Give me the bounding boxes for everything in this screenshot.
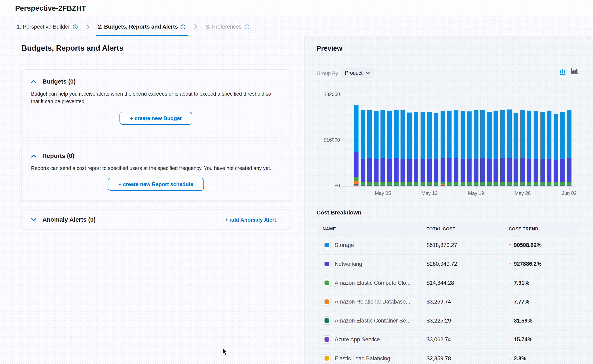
bar-segment [434,113,438,160]
bar-segment [394,186,398,186]
bar-segment [440,186,445,186]
builder-content: Budgets, Reports and Alerts Budgets (0) … [0,36,305,364]
chevron-up-icon[interactable] [31,80,36,83]
y-axis-label: $16000 [308,137,340,143]
stacked-bar [454,110,458,186]
bar-segment [480,158,485,182]
cost-trend-value: ↑15.74% [509,336,580,342]
bar-segment [567,110,571,158]
bar-segment [514,113,518,159]
x-axis-tick [569,187,570,189]
info-icon[interactable] [180,24,186,29]
bar-segment [400,110,405,159]
bar-segment [487,111,492,159]
bar-segment [553,182,558,185]
total-cost-value: $3,269.74 [426,299,509,305]
tab-perspective-builder[interactable]: 1. Perspective Builder [17,24,78,30]
table-row: Elastic Load Balancing$2,359.78↓2.8% [317,349,579,364]
gridline [343,95,576,95]
bar-segment [400,159,405,182]
bar-segment [421,112,425,159]
cost-chart [343,95,576,186]
bar-segment [394,182,398,185]
bar-segment [407,113,412,159]
bar-segment [467,186,472,186]
add-anomaly-alert-link[interactable]: + add Anomaly Alert [225,216,276,223]
bar-segment [361,110,365,158]
bar-segment [460,111,465,159]
bar-segment [427,186,432,186]
bar-segment [454,110,458,158]
trend-percent: 15.74% [514,336,533,342]
info-icon[interactable] [244,24,249,29]
bar-segment [514,159,518,182]
bar-segment [487,159,492,182]
preview-panel: Preview Group By Product $0$16000$32000M… [305,36,593,364]
bar-segment [440,158,445,182]
tab-budgets-reports-alerts[interactable]: 2. Budgets, Reports and Alerts [98,24,186,30]
series-color-swatch [323,241,331,249]
bar-segment [540,182,545,185]
budgets-description: Budget can help you receive alerts when … [31,90,281,105]
service-name: Amazon Elastic Container Se... [335,318,411,324]
series-color-swatch [323,335,331,344]
bar-segment [494,111,498,158]
stacked-bar [534,111,538,186]
column-name: NAME [317,227,426,231]
bar-segment [440,182,445,184]
bar-segment [354,176,359,181]
stacked-bar [414,112,418,186]
create-report-button[interactable]: + create new Report schedule [108,178,204,191]
arrow-down-icon: ↓ [509,280,512,286]
info-icon[interactable] [73,24,78,29]
chevron-up-icon[interactable] [31,154,36,158]
bar-segment [434,182,438,185]
group-by-select[interactable]: Product [341,68,373,78]
table-row: Networking$260,949.72↑927886.2% [317,254,579,273]
table-row: Amazon Elastic Container Se...$3,225.29↑… [317,311,579,330]
stacked-bar [520,110,525,186]
stacked-bar [460,111,465,186]
bar-segment [514,186,518,186]
bar-segment [487,182,492,185]
area-chart-icon[interactable] [571,68,578,75]
stacked-bar [400,110,405,186]
bar-segment [553,186,558,186]
bar-segment [553,160,558,182]
bar-chart-icon[interactable] [560,68,566,75]
stacked-bar [553,114,558,186]
reports-card: Reports (0) Reports can send a cost repo… [21,144,290,201]
bar-segment [414,182,418,185]
stacked-bar [434,113,438,186]
bar-segment [534,159,538,182]
bar-segment [394,110,398,158]
bar-segment [374,186,379,186]
tab-preferences[interactable]: 3. Preferences [206,24,249,30]
bar-segment [440,111,445,158]
stacked-bar [560,112,565,186]
bar-segment [507,182,512,185]
anomaly-card-title: Anomaly Alerts (0) [42,216,95,223]
bar-segment [447,186,452,186]
stacked-bar [494,111,498,186]
bar-segment [447,110,452,158]
bar-segment [367,182,372,185]
create-budget-button[interactable]: + create new Budget [120,112,192,125]
column-total-cost: TOTAL COST [426,227,509,231]
x-axis-label: May 26 [515,190,531,196]
x-axis-tick [429,187,430,189]
chevron-right-icon [194,24,198,29]
tab-label: 1. Perspective Builder [17,24,70,30]
y-axis-label: $0 [308,183,340,188]
bar-segment [454,158,458,182]
chevron-down-icon[interactable] [31,218,36,221]
bar-segment [547,182,552,185]
bar-segment [367,110,372,158]
bar-segment [454,182,458,185]
bar-segment [380,158,385,182]
bar-segment [567,182,571,185]
total-cost-value: $518,870.27 [426,242,509,248]
column-cost-trend: COST TREND [509,227,580,231]
stacked-bar [440,111,445,186]
bar-segment [374,159,379,182]
